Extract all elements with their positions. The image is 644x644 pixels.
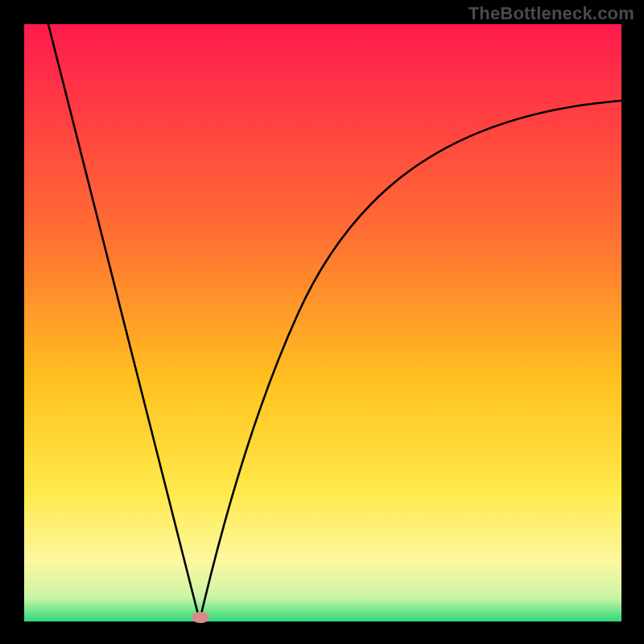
chart-frame: TheBottleneck.com (0, 0, 644, 644)
min-marker (192, 612, 209, 623)
bottleneck-chart (0, 0, 644, 644)
plot-area-bg (24, 24, 621, 621)
watermark-text: TheBottleneck.com (469, 3, 634, 24)
